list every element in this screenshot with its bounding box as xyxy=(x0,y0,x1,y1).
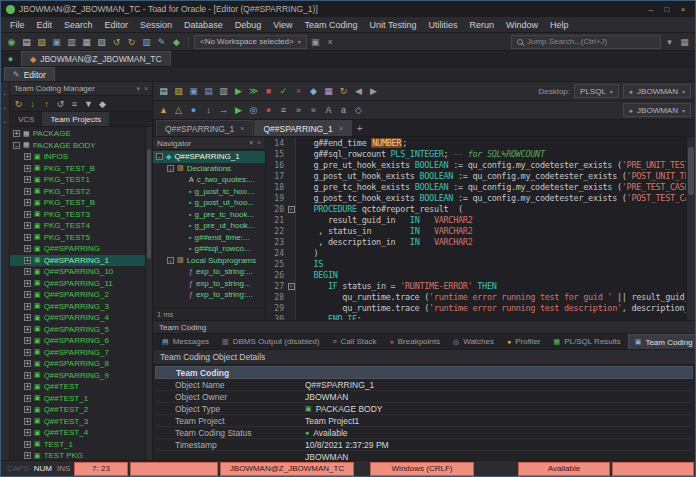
save-all-icon[interactable]: ▤ xyxy=(202,85,215,98)
editor-tab-q-sparring-1[interactable]: Q##SPARRING_1× xyxy=(156,120,253,136)
menu-view[interactable]: View xyxy=(267,20,298,30)
tree-item-g-sql-rowco[interactable]: ▪g##sql_rowco... xyxy=(153,243,265,255)
refresh-icon[interactable]: ↻ xyxy=(337,85,350,98)
tree-item-g-pre-tc-hook[interactable]: ▪g_pre_tc_hook... xyxy=(153,209,265,221)
tree-item-exp-to-string[interactable]: ƒexp_to_string:... xyxy=(153,266,265,278)
expand-toggle-icon[interactable]: + xyxy=(24,372,31,379)
close-button[interactable]: × xyxy=(676,3,690,15)
code-line[interactable]: g##end_time NUMBER; xyxy=(299,138,686,149)
format-code-icon[interactable]: ≡ xyxy=(277,104,290,117)
tree-item-q-test-4[interactable]: +▣Q##TEST_4 xyxy=(10,427,152,439)
undo-checkout-icon[interactable]: ↺ xyxy=(54,97,67,110)
describe-icon[interactable]: ▦ xyxy=(322,85,335,98)
commit-icon[interactable]: ✓ xyxy=(277,85,290,98)
tab-vcs[interactable]: VCS xyxy=(10,112,42,126)
tree-item-q-sparring-9[interactable]: +▣Q##SPARRING_9 xyxy=(10,370,152,382)
menu-search[interactable]: Search xyxy=(58,20,99,30)
tree-item-package[interactable]: +▦PACKAGE xyxy=(10,128,152,140)
expand-toggle-icon[interactable]: + xyxy=(24,303,31,310)
tree-item-test-pkg[interactable]: +▣TEST PKG xyxy=(10,450,152,460)
code-line[interactable]: qu_runtime.trace ('runtime error running… xyxy=(299,303,686,314)
tree-item-g-pre-ut-hook[interactable]: ▪g_pre_ut_hook... xyxy=(153,220,265,232)
expand-toggle-icon[interactable]: + xyxy=(24,199,31,206)
fold-toggle-icon[interactable]: - xyxy=(288,283,295,290)
strip-pin-icon[interactable]: ▪ xyxy=(2,118,9,125)
code-line[interactable]: IF status_in = 'RUNTIME-ERROR' THEN xyxy=(299,281,686,292)
new-tab-button[interactable]: + xyxy=(353,120,367,136)
fold-toggle-icon[interactable]: - xyxy=(288,206,295,213)
redo-icon[interactable]: ↻ xyxy=(125,35,138,48)
tree-item-g-end-time[interactable]: ▪g##end_time:... xyxy=(153,232,265,244)
expand-toggle-icon[interactable]: + xyxy=(24,395,31,402)
tree-scrollbar-thumb[interactable] xyxy=(147,149,151,259)
schema-browser-icon[interactable]: ▥ xyxy=(140,35,153,48)
code-line[interactable]: g_post_tc_hook_exists BOOLEAN := qu_conf… xyxy=(299,193,686,204)
bottom-tab-dbms-output-disabled[interactable]: ▥DBMS Output (disabled) xyxy=(216,334,325,349)
bottom-tab-pl-sql-results[interactable]: ▦PL/SQL Results xyxy=(548,334,627,349)
detail-row[interactable]: Timestamp10/8/2021 2:37:29 PM xyxy=(155,439,693,451)
add-watch-icon[interactable]: ◎ xyxy=(247,104,260,117)
expand-toggle-icon[interactable]: + xyxy=(24,418,31,425)
tab-close-icon[interactable]: × xyxy=(339,125,343,132)
code-insight-icon[interactable]: ◇ xyxy=(352,104,365,117)
run-to-cursor-icon[interactable]: ▶ xyxy=(232,104,245,117)
expand-toggle-icon[interactable]: + xyxy=(24,176,31,183)
close-workspace-icon[interactable]: × xyxy=(324,35,337,48)
outdent-icon[interactable]: « xyxy=(307,104,320,117)
print-icon[interactable]: ▥ xyxy=(65,35,78,48)
tree-item-pkg-test5[interactable]: +▣PKG_TEST5 xyxy=(10,232,152,244)
code-line[interactable]: g_pre_ut_hook_exists BOOLEAN := qu_confi… xyxy=(299,160,686,171)
expand-toggle-icon[interactable]: + xyxy=(24,153,31,160)
bottom-tab-team-coding[interactable]: ▣Team Coding xyxy=(628,334,696,349)
expand-toggle-icon[interactable]: + xyxy=(24,165,31,172)
toggle-breakpoint-icon[interactable]: ● xyxy=(262,104,275,117)
code-line[interactable]: g_post_ut_hook_exists BOOLEAN := qu_conf… xyxy=(299,171,686,182)
tree-item-q-test-1[interactable]: +▣Q##TEST_1 xyxy=(10,393,152,405)
rollback-icon[interactable]: × xyxy=(292,85,305,98)
check-out-icon[interactable]: ↑ xyxy=(40,97,53,110)
menu-edit[interactable]: Edit xyxy=(31,20,59,30)
tree-item-q-sparring-3[interactable]: +▣Q##SPARRING_3 xyxy=(10,301,152,313)
tree-item-pkg-test-b[interactable]: +▣PKG_TEST_B xyxy=(10,163,152,175)
tree-item-local-subprograms[interactable]: -▨Local Subprograms xyxy=(153,255,265,267)
expand-toggle-icon[interactable]: - xyxy=(156,153,163,160)
expand-toggle-icon[interactable]: + xyxy=(24,349,31,356)
expand-toggle-icon[interactable]: + xyxy=(24,429,31,436)
expand-toggle-icon[interactable]: + xyxy=(24,441,31,448)
detail-row[interactable]: Object OwnerJBOWMAN xyxy=(155,391,693,403)
detail-row[interactable]: Object Type▣PACKAGE BODY xyxy=(155,403,693,415)
navigator-close-icon[interactable]: × xyxy=(257,139,261,147)
code-line[interactable]: IS xyxy=(299,259,686,270)
expand-toggle-icon[interactable]: + xyxy=(24,222,31,229)
tree-item-q-sparring[interactable]: +▣Q##SPARRING xyxy=(10,243,152,255)
settings-icon[interactable]: ◆ xyxy=(96,97,109,110)
desktop-select[interactable]: PLSQL ▾ xyxy=(574,84,619,98)
uppercase-icon[interactable]: A xyxy=(322,104,335,117)
tab-close-icon[interactable]: × xyxy=(240,125,244,132)
jump-search-input[interactable]: Jump Search...(Ctrl+J) xyxy=(511,35,661,49)
code-line[interactable]: result_guid_in IN VARCHAR2 xyxy=(299,215,686,226)
code-line[interactable]: g_pre_tc_hook_exists BOOLEAN := qu_confi… xyxy=(299,182,686,193)
tree-item-c-two-quotes[interactable]: Ac_two_quotes:... xyxy=(153,174,265,186)
toggle-debugging-icon[interactable]: ● xyxy=(187,104,200,117)
next-statement-icon[interactable]: ▶ xyxy=(367,85,380,98)
detail-row[interactable]: JBOWMAN xyxy=(155,451,693,460)
detail-row[interactable]: Object NameQ##SPARRING_1 xyxy=(155,379,693,391)
expand-toggle-icon[interactable]: - xyxy=(167,165,174,172)
expand-toggle-icon[interactable]: + xyxy=(24,291,31,298)
tree-item-q-sparring-6[interactable]: +▣Q##SPARRING_6 xyxy=(10,335,152,347)
menu-team-coding[interactable]: Team Coding xyxy=(299,20,364,30)
connection-tab[interactable]: ◆ JBOWMAN@Z_JBOWMAN_TC xyxy=(21,51,171,66)
code-line[interactable]: PROCEDURE qcto#report_result ( xyxy=(299,204,686,215)
tree-item-package-body[interactable]: -▦PACKAGE BODY xyxy=(10,140,152,152)
expand-toggle-icon[interactable]: + xyxy=(24,452,31,459)
tree-item-q-test-2[interactable]: +▣Q##TEST_2 xyxy=(10,404,152,416)
tree-item-pkg-test-b[interactable]: +▣PKG_TEST_B xyxy=(10,197,152,209)
bottom-tab-call-stack[interactable]: ≡Call Stack xyxy=(326,334,382,349)
search-options-icon[interactable]: ▾ xyxy=(663,35,676,48)
editor-document-tab[interactable]: ✎ Editor xyxy=(4,67,55,81)
editor-scrollbar-thumb[interactable] xyxy=(688,147,694,195)
tree-item-pkg-test2[interactable]: +▣PKG_TEST2 xyxy=(10,186,152,198)
open-file-icon[interactable]: ▨ xyxy=(172,85,185,98)
code-editor[interactable]: 1415161718192021222324252627282930 -- g#… xyxy=(266,137,695,320)
